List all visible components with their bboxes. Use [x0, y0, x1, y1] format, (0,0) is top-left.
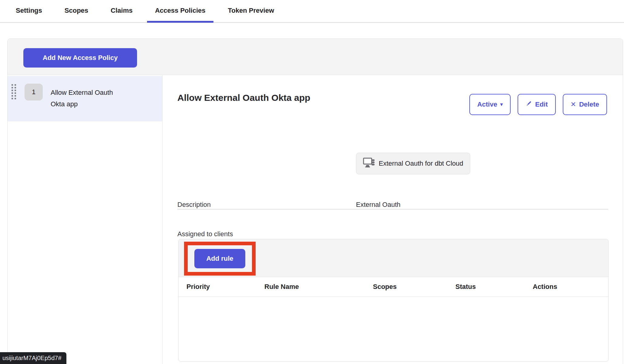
- assigned-client-label: External Oauth for dbt Cloud: [379, 160, 463, 167]
- column-actions: Actions: [533, 283, 608, 291]
- rules-table-empty-body: [179, 297, 608, 361]
- add-new-access-policy-button[interactable]: Add New Access Policy: [23, 48, 137, 68]
- column-rule-name: Rule Name: [264, 283, 373, 291]
- column-scopes: Scopes: [373, 283, 455, 291]
- edit-button[interactable]: Edit: [518, 94, 556, 115]
- column-priority: Priority: [186, 283, 264, 291]
- edit-button-label: Edit: [535, 101, 548, 108]
- assigned-to-clients-label: Assigned to clients: [177, 230, 233, 238]
- section-divider: [177, 209, 608, 210]
- description-value: External Oauth: [356, 201, 401, 209]
- tab-claims[interactable]: Claims: [103, 0, 140, 23]
- panel-body: 1 Allow External Oauth Okta app Allow Ex…: [8, 75, 623, 364]
- pencil-icon: [525, 100, 532, 109]
- column-status: Status: [455, 283, 533, 291]
- active-status-label: Active: [477, 101, 497, 108]
- tab-access-policies[interactable]: Access Policies: [147, 0, 213, 23]
- page: Settings Scopes Claims Access Policies T…: [0, 0, 624, 364]
- add-rule-button[interactable]: Add rule: [194, 249, 245, 268]
- policy-priority-badge: 1: [25, 84, 43, 101]
- drag-handle-icon[interactable]: [12, 84, 16, 101]
- delete-button-label: Delete: [579, 101, 599, 108]
- tab-scopes[interactable]: Scopes: [57, 0, 96, 23]
- policy-list-item[interactable]: 1 Allow External Oauth Okta app: [8, 76, 162, 121]
- policy-detail: Allow External Oauth Okta app Active ▾: [163, 75, 623, 364]
- policy-list-sidebar: 1 Allow External Oauth Okta app: [8, 75, 163, 364]
- delete-button[interactable]: ✕ Delete: [563, 94, 607, 115]
- description-label: Description: [177, 201, 211, 209]
- close-icon: ✕: [571, 101, 576, 108]
- chevron-down-icon: ▾: [500, 102, 503, 107]
- computer-icon: [363, 157, 375, 170]
- policy-actions: Active ▾ Edit: [469, 94, 607, 115]
- tab-settings[interactable]: Settings: [8, 0, 50, 23]
- annotation-highlight-box: Add rule: [184, 242, 256, 276]
- policy-name-label: Allow External Oauth Okta app: [51, 87, 123, 110]
- assigned-client-chip: External Oauth for dbt Cloud: [356, 153, 470, 174]
- rules-card-header: Add rule: [179, 239, 608, 277]
- access-policies-panel: Add New Access Policy: [7, 38, 623, 364]
- rules-table-header: Priority Rule Name Scopes Status Actions: [179, 277, 608, 297]
- tab-token-preview[interactable]: Token Preview: [220, 0, 282, 23]
- link-preview-tooltip: usijiutarM7Aj0Ep5d7#: [0, 352, 66, 364]
- active-status-button[interactable]: Active ▾: [469, 94, 511, 115]
- panel-header: Add New Access Policy: [8, 39, 623, 75]
- policy-title: Allow External Oauth Okta app: [177, 93, 310, 103]
- rules-card: Add rule Priority Rule Name Scopes Statu…: [178, 239, 609, 362]
- tab-bar: Settings Scopes Claims Access Policies T…: [0, 0, 624, 23]
